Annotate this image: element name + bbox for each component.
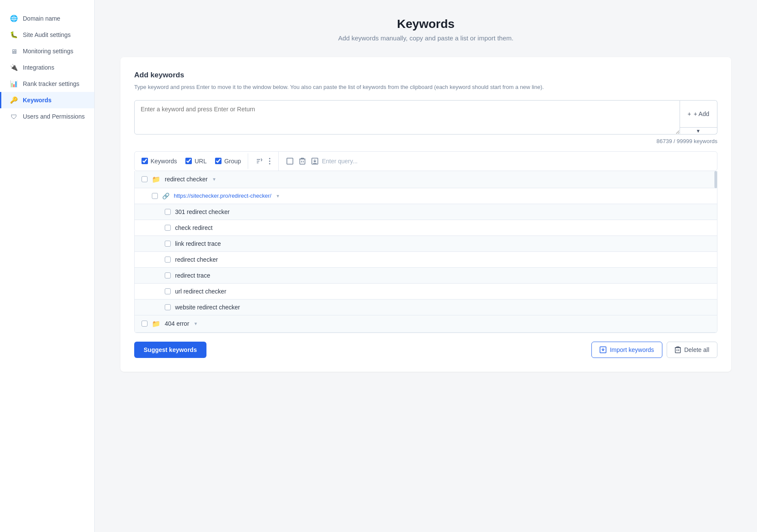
- group-filter-label: Group: [224, 158, 241, 165]
- folder-icon-404: 📁: [152, 320, 160, 328]
- kw-checkbox-5[interactable]: [165, 272, 171, 278]
- sort-icon-button[interactable]: [253, 156, 265, 166]
- kw-checkbox-7[interactable]: [165, 304, 171, 310]
- filter-actions: [248, 152, 279, 171]
- keyword-input-row: + + Add ▾: [134, 100, 717, 135]
- sidebar-item-label: Domain name: [23, 15, 60, 22]
- main-content: Keywords Add keywords manually, copy and…: [95, 0, 757, 532]
- url-chevron-icon[interactable]: ▾: [277, 193, 279, 199]
- delete-selected-button[interactable]: [297, 156, 308, 166]
- group-name-404: 404 error: [165, 320, 189, 327]
- keywords-card: Add keywords Type keyword and press Ente…: [120, 57, 731, 372]
- filter-bar: Keywords URL Group: [134, 151, 717, 171]
- scrollbar[interactable]: [714, 171, 717, 188]
- keywords-filter-label: Keywords: [151, 158, 177, 165]
- kw-checkbox-3[interactable]: [165, 241, 171, 247]
- keyword-textarea[interactable]: [134, 100, 680, 135]
- svg-rect-7: [300, 159, 305, 164]
- suggest-label: Suggest keywords: [144, 346, 197, 353]
- url-text: https://sitechecker.pro/redirect-checker…: [174, 193, 271, 199]
- delete-all-label: Delete all: [684, 346, 709, 353]
- delete-icon: [675, 346, 681, 353]
- filter-keywords[interactable]: Keywords: [142, 158, 177, 165]
- keyword-count: 86739 / 99999 keywords: [134, 138, 717, 144]
- group-checkbox[interactable]: [215, 158, 222, 164]
- group-row: 📁 redirect checker ▾: [135, 171, 717, 188]
- plug-icon: 🔌: [10, 64, 18, 71]
- kw-checkbox-1[interactable]: [165, 209, 171, 215]
- keyword-text: check redirect: [175, 224, 212, 231]
- sidebar-item-rank-tracker[interactable]: 📊 Rank tracker settings: [0, 76, 94, 92]
- bug-icon: 🐛: [10, 31, 18, 39]
- filter-url[interactable]: URL: [185, 158, 206, 165]
- sidebar-item-domain-name[interactable]: 🌐 Domain name: [0, 10, 94, 27]
- plus-icon: +: [688, 110, 691, 117]
- url-checkbox[interactable]: [152, 193, 158, 199]
- kw-checkbox-2[interactable]: [165, 225, 171, 231]
- keyword-text: 301 redirect checker: [175, 208, 230, 215]
- list-item: check redirect: [135, 220, 717, 236]
- filter-group[interactable]: Group: [215, 158, 241, 165]
- sidebar-item-integrations[interactable]: 🔌 Integrations: [0, 59, 94, 76]
- sidebar-item-site-audit[interactable]: 🐛 Site Audit settings: [0, 27, 94, 43]
- keyword-text: link redirect trace: [175, 240, 221, 247]
- svg-point-3: [269, 158, 271, 159]
- sidebar-item-users[interactable]: 🛡 Users and Permissions: [0, 108, 94, 125]
- add-dropdown-button[interactable]: ▾: [680, 128, 717, 135]
- section-desc: Type keyword and press Enter to move it …: [134, 83, 717, 92]
- group-row-404: 📁 404 error ▾: [135, 315, 717, 333]
- group-chevron-icon[interactable]: ▾: [213, 176, 215, 182]
- import-keywords-button[interactable]: Import keywords: [591, 342, 662, 358]
- keyword-text: website redirect checker: [175, 304, 240, 311]
- delete-all-button[interactable]: Delete all: [667, 342, 717, 358]
- sidebar-item-label: Users and Permissions: [23, 113, 85, 120]
- more-options-button[interactable]: [266, 156, 273, 166]
- search-input[interactable]: [322, 158, 712, 165]
- sidebar-item-keywords[interactable]: 🔑 Keywords: [0, 92, 94, 108]
- add-button[interactable]: + + Add: [680, 100, 717, 128]
- svg-point-5: [269, 163, 271, 164]
- kw-checkbox-6[interactable]: [165, 288, 171, 294]
- sidebar-item-label: Monitoring settings: [23, 48, 74, 55]
- chart-icon: 📊: [10, 80, 18, 88]
- svg-rect-19: [675, 348, 680, 353]
- add-label: + Add: [694, 110, 709, 117]
- list-item: redirect trace: [135, 268, 717, 284]
- list-item: link redirect trace: [135, 236, 717, 252]
- kw-checkbox-4[interactable]: [165, 257, 171, 263]
- import-label: Import keywords: [610, 346, 654, 353]
- url-row: 🔗 https://sitechecker.pro/redirect-check…: [135, 188, 717, 204]
- shield-icon: 🛡: [10, 113, 18, 120]
- url-filter-label: URL: [194, 158, 206, 165]
- sidebar: 🌐 Domain name 🐛 Site Audit settings 🖥 Mo…: [0, 0, 95, 532]
- page-header: Keywords Add keywords manually, copy and…: [120, 17, 731, 42]
- sidebar-item-label: Rank tracker settings: [23, 80, 80, 87]
- monitor-icon: 🖥: [10, 47, 18, 55]
- group-chevron-404-icon[interactable]: ▾: [194, 321, 197, 327]
- page-subtitle: Add keywords manually, copy and paste a …: [120, 34, 731, 42]
- list-item: 301 redirect checker: [135, 204, 717, 220]
- list-item: redirect checker: [135, 252, 717, 268]
- group-checkbox-404[interactable]: [142, 321, 148, 327]
- bottom-actions: Suggest keywords Import keywords: [134, 342, 717, 358]
- import-icon: [600, 346, 606, 353]
- group-checkbox-redirect[interactable]: [142, 176, 148, 182]
- globe-icon: 🌐: [10, 15, 18, 22]
- select-all-button[interactable]: [284, 156, 296, 166]
- keywords-checkbox[interactable]: [142, 158, 148, 164]
- right-actions: Import keywords Delete all: [591, 342, 717, 358]
- page-title: Keywords: [120, 17, 731, 31]
- svg-point-4: [269, 160, 271, 162]
- sidebar-item-label: Integrations: [23, 64, 54, 71]
- group-name: redirect checker: [165, 176, 208, 183]
- suggest-keywords-button[interactable]: Suggest keywords: [134, 342, 206, 358]
- sidebar-item-monitoring[interactable]: 🖥 Monitoring settings: [0, 43, 94, 59]
- list-item: url redirect checker: [135, 284, 717, 300]
- keyword-text: redirect checker: [175, 256, 218, 263]
- chevron-down-icon: ▾: [697, 128, 700, 134]
- keyword-text: redirect trace: [175, 272, 210, 279]
- sidebar-item-label: Site Audit settings: [23, 31, 71, 38]
- url-checkbox[interactable]: [185, 158, 192, 164]
- filter-right: [279, 152, 717, 171]
- export-button[interactable]: [309, 156, 321, 166]
